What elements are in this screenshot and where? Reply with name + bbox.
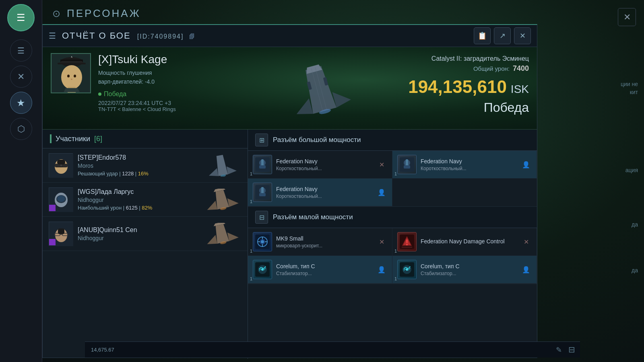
svg-rect-64: [259, 193, 266, 196]
loadout-panel: ⊞ Разъём большой мощности 1: [248, 130, 537, 359]
slot-item-info: Corelum, тип С Стабилизатор...: [276, 263, 372, 276]
svg-rect-76: [406, 240, 408, 243]
svg-point-5: [61, 65, 82, 89]
participant-ship-image-1: [201, 154, 242, 177]
participants-header: Участники [6]: [43, 130, 248, 148]
svg-point-84: [406, 268, 408, 271]
svg-rect-78: [402, 247, 412, 248]
sidebar-item-star[interactable]: ★: [10, 92, 32, 114]
participant-item[interactable]: [WGS]Лада Ларгус Nidhoggur Наибольший ур…: [43, 183, 248, 217]
slot-item-count: 1: [394, 249, 397, 253]
slot-item-sub: Стабилизатор...: [421, 271, 516, 276]
sidebar-main-menu-button[interactable]: ☰: [7, 4, 35, 31]
shield-icon: ⬡: [17, 124, 25, 134]
slot-item-count: 1: [394, 171, 397, 176]
slot-item-user-button[interactable]: 👤: [376, 264, 387, 275]
slot-item[interactable]: 1 Federation Navy Короткоствольный.: [248, 151, 392, 179]
slot-item-remove-button[interactable]: ✕: [376, 159, 387, 170]
total-damage-value: 7400: [513, 64, 529, 73]
main-window: ☰ ОТЧЁТ О БОЕ [ID:7409894] 🗐 📋 ↗ ✕: [42, 24, 537, 358]
isk-value: 194,135,610: [408, 77, 507, 97]
sidebar-item-shield[interactable]: ⬡: [10, 118, 32, 140]
svg-marker-38: [227, 196, 239, 207]
slot-item[interactable]: 1 Federation Navy Короткоствольный.: [392, 151, 537, 179]
participant-ship: Moros: [78, 162, 196, 169]
window-menu-icon[interactable]: ☰: [49, 31, 56, 41]
slot-item[interactable]: 1 Corelum, тип С С: [248, 256, 392, 284]
window-title: ОТЧЁТ О БОЕ [ID:7409894] 🗐: [62, 31, 468, 41]
slot-item-count: 1: [250, 276, 252, 281]
participant-ship: Nidhoggur: [78, 197, 196, 203]
window-copy-icon[interactable]: 🗐: [189, 33, 196, 40]
participant-name: [STEP]Endor578: [78, 154, 196, 161]
slot-item-sub: микроварп-ускорит...: [276, 243, 372, 249]
player-stat-line1: Мощность глушения: [98, 68, 176, 77]
close-icon: ✕: [623, 12, 631, 23]
edit-button[interactable]: ✎: [556, 346, 562, 354]
participant-avatar: [49, 153, 73, 177]
participants-title: Участники: [56, 135, 90, 143]
window-close-button[interactable]: ✕: [514, 27, 531, 44]
slot-item-count: 1: [250, 249, 252, 253]
svg-rect-4: [58, 63, 86, 64]
content-area: Участники [6]: [43, 130, 537, 359]
window-notes-button[interactable]: 📋: [474, 27, 491, 44]
slot-item-user-button[interactable]: 👤: [376, 187, 387, 198]
right-hints: ции некит ация да да: [572, 80, 644, 275]
slot-item-name: MK9 Small: [276, 235, 372, 243]
slot-icon-high: ⊞: [255, 134, 268, 146]
filter-button[interactable]: ⊟: [568, 345, 575, 354]
slot-item-remove-button[interactable]: ✕: [520, 236, 532, 247]
window-actions: 📋 ↗ ✕: [474, 27, 531, 44]
slot-header-low: ⊟ Разъём малой мощности: [248, 207, 537, 228]
menu-lines-icon: ☰: [17, 46, 25, 56]
svg-marker-30: [227, 165, 237, 174]
player-name: [X]Tsuki Kage: [98, 53, 176, 66]
participant-item[interactable]: [ANUB]Quinn51 Cen Nidhoggur: [43, 217, 248, 251]
slot-item-user-button[interactable]: 👤: [520, 159, 532, 170]
slot-item[interactable]: 1: [248, 228, 392, 256]
slot-item[interactable]: 1 Federation Navy Короткоствольный.: [248, 179, 392, 206]
turret-icon-svg: [400, 157, 414, 172]
stat-sep: |: [123, 205, 126, 211]
sidebar-item-hamburger[interactable]: ☰: [10, 39, 32, 62]
notes-icon: 📋: [478, 31, 487, 40]
participant-item[interactable]: [STEP]Endor578 Moros Решающий удар | 122…: [43, 148, 248, 183]
slot-item-count: 1: [250, 171, 252, 176]
participant-avatar: [49, 222, 73, 246]
slot-item-info: MK9 Small микроварп-ускорит...: [276, 235, 372, 249]
player-stat-line2: варп-двигателей: -4.0: [98, 77, 176, 86]
hamburger-icon: ☰: [17, 12, 25, 23]
page-title-icon: ⊙: [52, 8, 62, 19]
slot-item-icon: [253, 155, 272, 174]
crosshairs-icon: ✕: [17, 72, 25, 82]
top-close-button[interactable]: ✕: [618, 8, 636, 26]
slot-item[interactable]: 1: [392, 228, 537, 256]
svg-marker-10: [64, 88, 80, 92]
participant-ship: Nidhoggur: [78, 235, 196, 241]
page-title: ⊙ ПЕРСОНАЖ: [52, 7, 141, 20]
slot-item-remove-button[interactable]: ✕: [376, 236, 387, 247]
slot-item[interactable]: 1 Corelum, тип С С: [392, 256, 537, 284]
window-export-button[interactable]: ↗: [494, 27, 511, 44]
window-close-icon: ✕: [520, 31, 526, 40]
svg-point-7: [74, 75, 76, 78]
hint-4: да: [632, 267, 638, 275]
sidebar-item-crosshairs[interactable]: ✕: [10, 66, 32, 88]
ship-svg-1: [201, 154, 242, 177]
slot-item-count: 1: [250, 199, 252, 204]
sidebar: ☰ ☰ ✕ ★ ⬡: [0, 0, 42, 362]
total-damage-label: Общий урон:: [473, 65, 510, 72]
participants-bar-decoration: [50, 134, 52, 143]
slot-item-info: Corelum, тип С Стабилизатор...: [421, 263, 516, 276]
slot-item-user-button[interactable]: 👤: [520, 264, 532, 275]
participant-ship-image-3: [201, 223, 242, 245]
stat-label: Наибольший урон: [78, 205, 122, 211]
svg-point-81: [261, 268, 264, 271]
slot-item-icon: [397, 232, 417, 251]
slot-item-icon: [253, 183, 272, 202]
participant-rank-badge: [49, 239, 56, 245]
mwd-icon-svg: [255, 234, 270, 249]
slot-item-name: Federation Navy: [276, 185, 372, 193]
svg-rect-56: [259, 165, 266, 169]
